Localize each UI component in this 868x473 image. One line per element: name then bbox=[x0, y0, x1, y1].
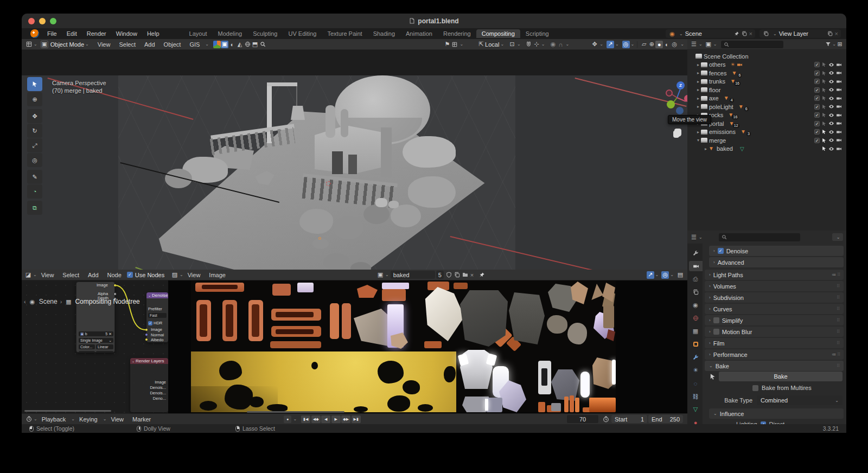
exclude-checkbox[interactable]: ✓ bbox=[814, 62, 820, 67]
play-reverse-button[interactable]: ◀ bbox=[321, 416, 330, 423]
selectable-arrow-icon[interactable] bbox=[821, 71, 827, 76]
denoise-albedo-socket[interactable] bbox=[145, 338, 148, 341]
snap-magnet-icon[interactable] bbox=[525, 41, 533, 48]
outliner-row-polelight[interactable]: ▸poleLight▼6✓ bbox=[691, 103, 844, 111]
hide-eye-icon[interactable] bbox=[828, 120, 834, 126]
disable-render-camera-icon[interactable] bbox=[836, 104, 842, 110]
selectable-arrow-icon[interactable] bbox=[821, 138, 827, 143]
image-open-folder-icon[interactable] bbox=[462, 272, 468, 278]
image-editor-hscrollbar[interactable] bbox=[247, 411, 344, 413]
next-keyframe-button[interactable]: ◆▶ bbox=[341, 416, 350, 423]
vp-menu-add[interactable]: Add bbox=[140, 41, 159, 48]
disable-render-camera-icon[interactable] bbox=[836, 87, 842, 93]
bake-from-multires-checkbox[interactable] bbox=[752, 385, 758, 391]
outliner-row-merge[interactable]: ▾merge✓ bbox=[691, 136, 844, 144]
editor-type-icon[interactable] bbox=[25, 41, 33, 48]
ne-menu-select[interactable]: Select bbox=[58, 272, 84, 278]
exclude-checkbox[interactable]: ✓ bbox=[814, 121, 820, 126]
outliner-row-rocks[interactable]: ▸rocks▼16✓ bbox=[691, 111, 844, 119]
copy-scene-icon[interactable] bbox=[742, 31, 747, 36]
selectable-arrow-icon[interactable] bbox=[821, 121, 827, 126]
denoise-image-socket[interactable] bbox=[145, 328, 148, 331]
selectable-arrow-icon[interactable] bbox=[821, 95, 827, 101]
denoise-node[interactable]: ⌄Denoise Prefilter Fast ✓HDR Image Norma… bbox=[146, 292, 168, 342]
selectable-arrow-icon[interactable] bbox=[821, 62, 827, 67]
panel-curves[interactable]: ›Curves⠿ bbox=[705, 304, 844, 314]
vp-menu-select[interactable]: Select bbox=[114, 41, 140, 48]
panel-influence[interactable]: ⌄Influence bbox=[709, 408, 844, 419]
tab-data-icon[interactable]: ▽ bbox=[689, 404, 702, 414]
hide-eye-icon[interactable] bbox=[828, 79, 834, 85]
pivot-point-icon[interactable]: ⊡ bbox=[508, 41, 516, 48]
outliner-display-mode-icon[interactable]: ☰ bbox=[690, 41, 698, 48]
node-editor-type-icon[interactable]: ◪ bbox=[24, 271, 32, 279]
panel-film[interactable]: ›Film⠿ bbox=[705, 338, 844, 348]
falloff-icon[interactable]: ∩ bbox=[557, 41, 564, 48]
gis-active-tool-icon[interactable]: ▣ bbox=[221, 41, 228, 48]
tl-menu-view[interactable]: View bbox=[106, 416, 128, 423]
disable-render-camera-icon[interactable] bbox=[836, 137, 842, 143]
hide-eye-icon[interactable] bbox=[828, 62, 834, 68]
auto-key-record-button[interactable]: ● bbox=[284, 416, 291, 423]
vp-menu-object[interactable]: Object bbox=[159, 41, 186, 48]
ie-overlays-icon[interactable]: ◎ bbox=[661, 271, 669, 279]
image-editor-type-icon[interactable]: ▨ bbox=[171, 271, 178, 279]
outliner-row-baked[interactable]: ▸▼baked▽ bbox=[691, 145, 844, 153]
disable-render-camera-icon[interactable] bbox=[836, 70, 842, 76]
tab-physics-icon[interactable]: ◌ bbox=[689, 378, 702, 388]
orientation-dropdown[interactable]: Local bbox=[485, 41, 499, 48]
panel-motion-blur[interactable]: › Motion Blur⠿ bbox=[705, 327, 844, 337]
tab-rendering[interactable]: Rendering bbox=[438, 29, 476, 38]
mode-dropdown[interactable]: Object Mode bbox=[50, 41, 84, 48]
hide-eye-icon[interactable] bbox=[828, 70, 834, 76]
tab-render-icon[interactable] bbox=[689, 261, 703, 271]
shading-solid-icon[interactable]: ● bbox=[655, 41, 663, 48]
tool-measure[interactable]: ◔ bbox=[27, 184, 42, 199]
node-editor-canvas[interactable]: ‹ ◉ Scene › ▦ Compositing Nodetree ▣b5✕ … bbox=[22, 280, 168, 413]
panel-subdivision[interactable]: ›Subdivision⠿ bbox=[705, 292, 844, 303]
move-view-hand-icon[interactable] bbox=[674, 129, 681, 137]
tab-scripting[interactable]: Scripting bbox=[520, 29, 554, 38]
selectable-arrow-icon[interactable] bbox=[821, 79, 827, 84]
simplify-checkbox[interactable] bbox=[713, 317, 719, 323]
bake-button[interactable]: Bake bbox=[719, 372, 843, 381]
ne-menu-add[interactable]: Add bbox=[84, 272, 103, 278]
tab-collection-icon[interactable]: ▦ bbox=[689, 326, 702, 336]
shading-wireframe-icon[interactable]: ⊕ bbox=[648, 41, 655, 48]
show-gizmo-icon[interactable]: ✥ bbox=[591, 41, 598, 48]
image-browse-icon[interactable]: ▣ bbox=[376, 271, 384, 279]
tab-layout[interactable]: Layout bbox=[184, 29, 213, 38]
bake-type-dropdown[interactable]: Combined⌄ bbox=[757, 395, 843, 405]
tab-uv-editing[interactable]: UV Editing bbox=[283, 29, 322, 38]
breadcrumb-tree[interactable]: Compositing Nodetree bbox=[75, 298, 139, 305]
minimize-traffic-light[interactable] bbox=[39, 18, 46, 24]
gizmo-axis-x-neg[interactable] bbox=[666, 90, 673, 97]
shading-material-icon[interactable]: ◐ bbox=[663, 41, 671, 48]
hide-eye-icon[interactable] bbox=[828, 104, 834, 110]
image-node-image-socket[interactable] bbox=[113, 284, 117, 287]
ne-menu-view[interactable]: View bbox=[37, 272, 59, 278]
gizmo-axis-y[interactable] bbox=[667, 100, 675, 108]
node-editor-hscrollbar[interactable] bbox=[24, 410, 111, 412]
frame-start-field[interactable]: Start1 bbox=[611, 415, 647, 423]
tool-select-box[interactable] bbox=[27, 77, 42, 91]
selectable-arrow-icon[interactable] bbox=[821, 104, 827, 110]
menu-help[interactable]: Help bbox=[142, 30, 164, 37]
tab-tool-icon[interactable] bbox=[689, 248, 702, 258]
gizmo-axis-z[interactable]: Z bbox=[676, 81, 685, 90]
gis-import-icon[interactable]: ⬒ bbox=[251, 41, 259, 48]
panel-denoise[interactable]: ›✓ Denoise bbox=[709, 246, 844, 256]
image-editor-canvas[interactable] bbox=[168, 280, 687, 413]
tab-sculpting[interactable]: Sculpting bbox=[247, 29, 283, 38]
ie-menu-view[interactable]: View bbox=[183, 272, 205, 278]
breadcrumb-scene[interactable]: Scene bbox=[39, 298, 58, 305]
menu-edit[interactable]: Edit bbox=[62, 30, 82, 37]
gis-terrain-icon[interactable]: ◭ bbox=[236, 41, 244, 48]
tab-view-layer-icon[interactable] bbox=[689, 287, 702, 297]
disable-render-camera-icon[interactable] bbox=[836, 95, 842, 101]
image-node[interactable]: ▣b5✕ Single Image⌄ Color... Linear Alpha… bbox=[76, 282, 115, 353]
disable-render-camera-icon[interactable] bbox=[836, 62, 842, 68]
tool-scale[interactable]: ⤢ bbox=[27, 138, 42, 152]
pin-icon[interactable] bbox=[734, 31, 739, 36]
image-copy-icon[interactable] bbox=[454, 272, 460, 278]
